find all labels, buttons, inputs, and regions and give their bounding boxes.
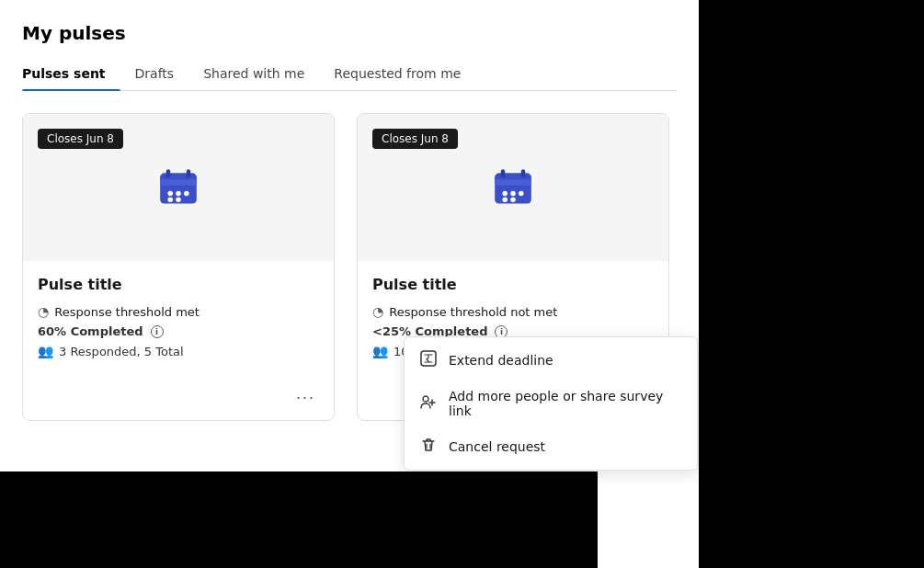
tab-shared-with-me[interactable]: Shared with me	[203, 59, 319, 90]
closes-badge-1: Closes Jun 8	[38, 129, 123, 149]
svg-point-9	[176, 197, 181, 202]
card-header-2: Closes Jun 8	[358, 114, 668, 261]
info-icon-1[interactable]: i	[151, 325, 164, 338]
person-icon-2: 👥	[372, 344, 388, 358]
card-title-2: Pulse title	[372, 276, 654, 293]
svg-point-17	[519, 191, 524, 197]
black-panel-right	[699, 0, 924, 568]
tab-requested-from-me[interactable]: Requested from me	[334, 59, 475, 90]
completed-stat-1: 60% Completed i	[38, 324, 319, 338]
dropdown-item-add-people[interactable]: Add more people or share survey link	[405, 380, 697, 427]
cancel-request-label: Cancel request	[449, 439, 545, 454]
add-people-icon	[419, 393, 438, 414]
calendar-icon-2	[493, 167, 533, 208]
calendar-icon-1	[158, 167, 199, 208]
svg-rect-12	[495, 179, 531, 186]
card-body-1: Pulse title ◔ Response threshold met 60%…	[23, 261, 334, 379]
cancel-request-icon	[419, 437, 438, 457]
threshold-icon-2: ◔	[372, 304, 383, 319]
svg-point-7	[184, 191, 189, 197]
threshold-icon-1: ◔	[38, 304, 49, 319]
svg-point-5	[167, 191, 173, 197]
black-panel-bottom	[0, 471, 598, 568]
svg-point-6	[176, 191, 181, 197]
svg-point-19	[510, 197, 516, 202]
card-title-1: Pulse title	[38, 276, 319, 293]
svg-point-21	[423, 396, 428, 402]
tab-drafts[interactable]: Drafts	[135, 59, 189, 90]
tab-bar: Pulses sent Drafts Shared with me Reques…	[22, 59, 677, 91]
more-options-button-1[interactable]: ···	[292, 386, 319, 409]
svg-rect-14	[521, 169, 525, 177]
svg-rect-4	[187, 169, 190, 177]
dropdown-menu: Extend deadline Add more people or share…	[404, 336, 698, 471]
dropdown-item-extend-deadline[interactable]: Extend deadline	[405, 341, 697, 380]
svg-point-8	[167, 197, 173, 202]
threshold-stat-2: ◔ Response threshold not met	[372, 304, 654, 319]
add-people-label: Add more people or share survey link	[449, 389, 682, 418]
svg-point-18	[502, 197, 508, 202]
person-icon-1: 👥	[38, 344, 53, 358]
svg-rect-2	[160, 179, 197, 186]
page-title: My pulses	[22, 22, 677, 44]
closes-badge-2: Closes Jun 8	[372, 129, 458, 149]
extend-deadline-icon	[419, 350, 438, 370]
card-header-1: Closes Jun 8	[23, 114, 334, 261]
tab-pulses-sent[interactable]: Pulses sent	[22, 59, 120, 90]
pulse-card-1: Closes Jun 8 Pulse title	[22, 113, 335, 421]
dropdown-item-cancel-request[interactable]: Cancel request	[405, 427, 697, 466]
svg-rect-3	[166, 169, 170, 177]
card-footer-1: ···	[23, 379, 334, 420]
extend-deadline-label: Extend deadline	[449, 353, 553, 368]
respondents-stat-1: 👥 3 Responded, 5 Total	[38, 344, 319, 358]
threshold-stat-1: ◔ Response threshold met	[38, 304, 319, 319]
svg-rect-13	[501, 169, 505, 177]
svg-rect-20	[421, 351, 436, 366]
svg-point-15	[502, 191, 508, 197]
svg-point-16	[510, 191, 516, 197]
